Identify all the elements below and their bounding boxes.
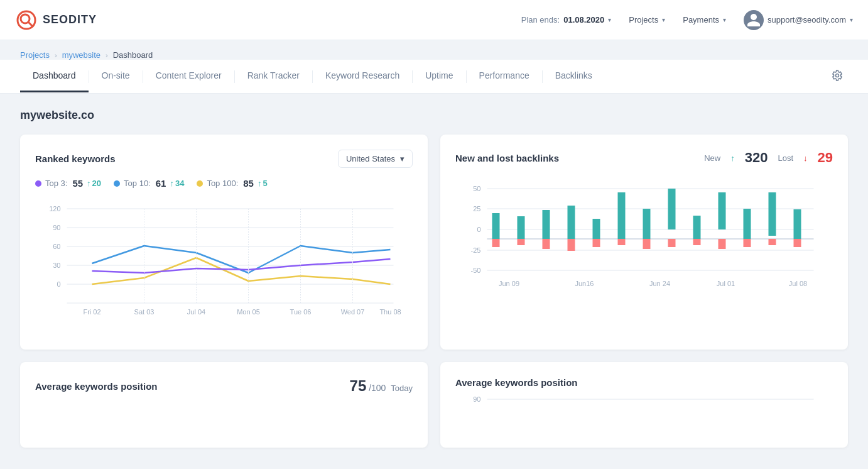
user-menu[interactable]: support@seodity.com ▾ bbox=[744, 10, 853, 30]
user-email: support@seodity.com bbox=[768, 15, 846, 25]
ranked-keywords-header: Ranked keywords United States ▾ bbox=[35, 150, 413, 168]
svg-rect-40 bbox=[543, 210, 550, 239]
svg-text:30: 30 bbox=[53, 262, 60, 269]
svg-rect-36 bbox=[492, 213, 500, 239]
legend-top3: Top 3: 55 ↑ 20 bbox=[35, 178, 101, 189]
svg-text:Jul 04: Jul 04 bbox=[187, 308, 205, 316]
tab-backlinks[interactable]: Backlinks bbox=[543, 60, 605, 92]
avg-keywords-1-today: Today bbox=[391, 383, 413, 393]
svg-text:90: 90 bbox=[473, 395, 480, 403]
backlinks-new-value: 320 bbox=[745, 150, 768, 166]
payments-label: Payments bbox=[683, 15, 719, 25]
backlinks-title: New and lost backlinks bbox=[455, 153, 559, 163]
breadcrumb-sep-1: › bbox=[55, 52, 57, 59]
svg-text:25: 25 bbox=[473, 205, 480, 212]
svg-text:Jun 24: Jun 24 bbox=[649, 280, 670, 287]
top-cards-grid: Ranked keywords United States ▾ Top 3: 5… bbox=[20, 135, 848, 350]
tab-uptime[interactable]: Uptime bbox=[413, 60, 465, 92]
svg-text:50: 50 bbox=[473, 185, 480, 192]
avg-keywords-1-header: Average keywords position 75 /100 Today bbox=[35, 377, 413, 395]
main-content: mywebsite.co Ranked keywords United Stat… bbox=[0, 94, 868, 463]
legend-top10-value: 61 bbox=[156, 178, 166, 189]
legend-dot-top100 bbox=[197, 180, 203, 187]
payments-chevron-icon: ▾ bbox=[723, 16, 726, 23]
breadcrumb-sep-2: › bbox=[106, 52, 108, 59]
payments-menu[interactable]: Payments ▾ bbox=[683, 15, 726, 25]
plan-date: 01.08.2020 bbox=[563, 15, 604, 25]
svg-rect-46 bbox=[618, 192, 626, 239]
svg-text:0: 0 bbox=[477, 226, 480, 233]
tab-dashboard[interactable]: Dashboard bbox=[20, 60, 89, 92]
breadcrumb-current: Dashboard bbox=[113, 50, 153, 60]
tab-rank-tracker[interactable]: Rank Tracker bbox=[235, 60, 312, 92]
breadcrumb-project[interactable]: mywebsite bbox=[62, 50, 100, 60]
svg-text:Mon 05: Mon 05 bbox=[237, 308, 260, 316]
country-chevron-icon: ▾ bbox=[400, 154, 404, 163]
plan-chevron-icon: ▾ bbox=[608, 16, 611, 23]
tab-keyword-research[interactable]: Keyword Research bbox=[313, 60, 412, 92]
breadcrumb-projects[interactable]: Projects bbox=[20, 50, 50, 60]
svg-rect-52 bbox=[693, 216, 701, 239]
svg-rect-60 bbox=[794, 209, 801, 239]
mini-chart-svg: 90 bbox=[455, 393, 833, 431]
svg-rect-55 bbox=[719, 239, 726, 249]
gear-icon bbox=[832, 70, 843, 81]
svg-rect-59 bbox=[769, 239, 776, 245]
svg-text:-25: -25 bbox=[471, 246, 481, 254]
avg-keywords-1-value-container: 75 /100 Today bbox=[350, 377, 413, 395]
svg-text:120: 120 bbox=[49, 205, 60, 212]
tabs-container: Dashboard On-site Content Explorer Rank … bbox=[0, 60, 868, 94]
svg-rect-50 bbox=[668, 189, 676, 229]
ranked-keywords-title: Ranked keywords bbox=[35, 153, 116, 164]
logo[interactable]: SEODITY bbox=[15, 9, 97, 31]
avg-keywords-2-chart: 90 bbox=[455, 393, 833, 433]
svg-text:0: 0 bbox=[57, 280, 60, 288]
legend-top100-value: 85 bbox=[243, 178, 254, 189]
plan-info[interactable]: Plan ends: 01.08.2020 ▾ bbox=[521, 15, 612, 25]
svg-rect-57 bbox=[744, 239, 751, 247]
svg-text:Tue 06: Tue 06 bbox=[290, 308, 312, 316]
country-dropdown[interactable]: United States ▾ bbox=[338, 150, 413, 168]
svg-text:60: 60 bbox=[53, 243, 60, 250]
svg-text:Jul 08: Jul 08 bbox=[789, 280, 807, 287]
user-chevron-icon: ▾ bbox=[850, 16, 853, 23]
backlinks-up-icon: ↑ bbox=[730, 153, 735, 163]
tab-onsite[interactable]: On-site bbox=[89, 60, 143, 92]
legend-top3-change: ↑ 20 bbox=[87, 179, 101, 188]
user-icon bbox=[747, 14, 760, 26]
backlinks-down-icon: ↓ bbox=[803, 153, 808, 163]
project-title: mywebsite.co bbox=[20, 109, 848, 122]
svg-rect-54 bbox=[719, 192, 726, 229]
avg-keywords-2-header: Average keywords position bbox=[455, 377, 833, 388]
svg-rect-45 bbox=[593, 239, 600, 247]
legend-top10-label: Top 10: bbox=[124, 179, 151, 188]
legend-top10-change: ↑ 34 bbox=[170, 179, 184, 188]
svg-rect-49 bbox=[643, 239, 651, 249]
ranked-keywords-card: Ranked keywords United States ▾ Top 3: 5… bbox=[20, 135, 428, 350]
avg-keywords-1-value: 75 bbox=[350, 377, 367, 394]
avg-keywords-card-2: Average keywords position 90 bbox=[440, 362, 848, 448]
logo-text: SEODITY bbox=[43, 13, 97, 26]
svg-text:Jun16: Jun16 bbox=[575, 280, 594, 287]
projects-menu[interactable]: Projects ▾ bbox=[629, 15, 665, 25]
backlinks-lost-label: Lost bbox=[778, 153, 793, 163]
settings-icon[interactable] bbox=[827, 60, 848, 93]
backlinks-chart: 50 25 0 -25 -50 bbox=[455, 176, 833, 314]
svg-rect-53 bbox=[693, 239, 701, 245]
avg-keywords-card-1: Average keywords position 75 /100 Today bbox=[20, 362, 428, 448]
avg-keywords-1-title: Average keywords position bbox=[35, 381, 158, 392]
legend-dot-top3 bbox=[35, 180, 41, 187]
header-right: Plan ends: 01.08.2020 ▾ Projects ▾ Payme… bbox=[521, 10, 853, 30]
projects-label: Projects bbox=[629, 15, 658, 25]
svg-rect-51 bbox=[668, 239, 676, 247]
svg-rect-48 bbox=[643, 209, 651, 239]
legend-top100-label: Top 100: bbox=[207, 179, 238, 188]
svg-rect-43 bbox=[568, 239, 575, 251]
tab-performance[interactable]: Performance bbox=[467, 60, 542, 92]
backlinks-new-label: New bbox=[704, 153, 720, 163]
legend-dot-top10 bbox=[114, 180, 120, 187]
svg-text:-50: -50 bbox=[471, 267, 481, 274]
tab-content-explorer[interactable]: Content Explorer bbox=[143, 60, 234, 92]
svg-rect-47 bbox=[618, 239, 626, 245]
svg-rect-56 bbox=[744, 209, 751, 239]
